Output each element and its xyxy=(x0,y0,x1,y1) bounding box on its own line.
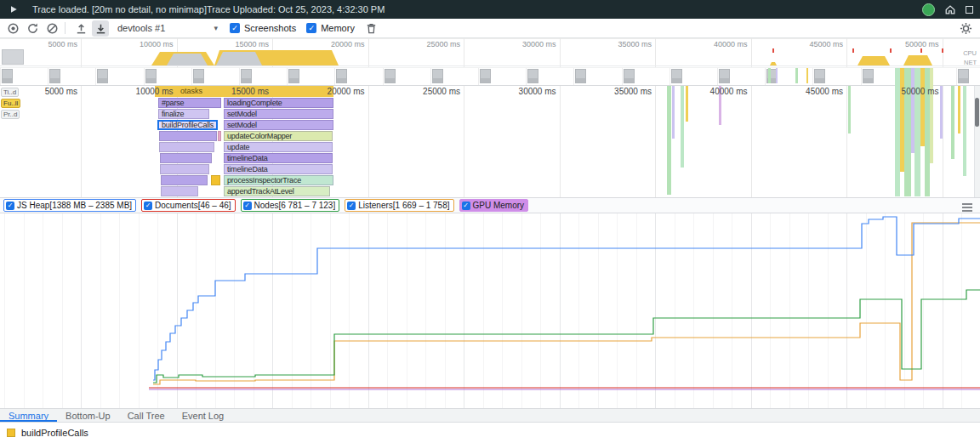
main-tick-label: 10000 ms xyxy=(136,87,174,96)
avatar[interactable] xyxy=(922,3,935,16)
screenshot-thumbnail[interactable] xyxy=(2,69,13,83)
flame-event[interactable]: update xyxy=(224,142,333,152)
screenshot-thumbnail[interactable] xyxy=(766,69,778,83)
checkbox-checked-icon[interactable] xyxy=(462,202,470,210)
overview-red-marker xyxy=(772,48,774,53)
timeline-overview[interactable]: CPU NET xyxy=(0,48,980,65)
memory-counter-label: Documents[46 – 46] xyxy=(155,201,231,210)
flame-event-segment[interactable] xyxy=(161,175,208,185)
flame-event[interactable]: #parse xyxy=(158,98,221,108)
checkbox-checked-icon xyxy=(230,23,240,33)
track-chip[interactable]: Ti..d xyxy=(1,88,19,97)
collect-garbage-button[interactable] xyxy=(363,20,380,37)
screenshot-thumbnail[interactable] xyxy=(527,69,538,83)
flame-event-segment[interactable] xyxy=(218,131,221,141)
flame-event[interactable]: timelineData xyxy=(224,164,333,174)
clear-button[interactable] xyxy=(43,20,60,37)
memory-counter-label: Nodes[6 781 – 7 123] xyxy=(254,201,336,210)
screenshot-thumbnail[interactable] xyxy=(814,69,825,83)
record-button[interactable] xyxy=(4,20,21,37)
reload-and-record-button[interactable] xyxy=(24,20,41,37)
memory-chart[interactable] xyxy=(0,213,980,408)
memory-counter-label: JS Heap[1388 MB – 2385 MB] xyxy=(17,201,132,210)
screenshot-thumbnail[interactable] xyxy=(863,69,874,83)
flame-event[interactable]: finalize xyxy=(158,109,209,119)
memory-counter-toggle[interactable]: JS Heap[1388 MB – 2385 MB] xyxy=(3,199,136,212)
screenshot-thumbnail[interactable] xyxy=(480,69,491,83)
checkbox-checked-icon[interactable] xyxy=(144,202,152,210)
home-icon[interactable] xyxy=(944,3,956,15)
overview-tick-label: 5000 ms xyxy=(48,40,77,48)
trace-select-value: devtools #1 xyxy=(117,23,165,33)
load-profile-button[interactable] xyxy=(72,20,89,37)
tab-summary[interactable]: Summary xyxy=(0,409,57,422)
scrollbar-thumb[interactable] xyxy=(975,98,979,127)
flame-event[interactable]: updateColorMapper xyxy=(224,131,333,141)
tab-call-tree[interactable]: Call Tree xyxy=(119,409,174,422)
screenshot-thumbnail[interactable] xyxy=(288,69,299,83)
screenshot-thumbnail[interactable] xyxy=(241,69,252,83)
memory-counters-legend: JS Heap[1388 MB – 2385 MB]Documents[46 –… xyxy=(0,197,980,213)
flame-event-segment[interactable] xyxy=(161,186,198,196)
checkbox-checked-icon[interactable] xyxy=(243,202,252,210)
hamburger-menu-icon[interactable] xyxy=(961,201,973,216)
flame-event[interactable]: setModel xyxy=(224,120,333,130)
filmstrip-separator xyxy=(144,68,145,85)
screenshot-thumbnail[interactable] xyxy=(145,69,157,83)
screenshots-checkbox[interactable]: Screenshots xyxy=(230,23,296,33)
flame-event[interactable]: loadingComplete xyxy=(224,98,333,108)
memory-counter-toggle[interactable]: Listeners[1 669 – 1 758] xyxy=(345,199,453,212)
flame-event-segment[interactable] xyxy=(159,131,217,141)
cpu-track-label: CPU xyxy=(956,49,978,57)
screenshot-thumbnail[interactable] xyxy=(97,69,108,83)
screenshot-thumbnail[interactable] xyxy=(193,69,204,83)
filmstrip-separator xyxy=(334,68,335,85)
screenshot-thumbnail[interactable] xyxy=(671,69,682,83)
memory-line-js-heap xyxy=(153,217,980,380)
screenshot-thumbnail[interactable] xyxy=(432,69,443,83)
flame-event[interactable]: setModel xyxy=(224,109,333,119)
overview-red-marker xyxy=(942,48,943,53)
tab-bottom-up[interactable]: Bottom-Up xyxy=(57,409,119,422)
flame-chart[interactable]: otasks 5000 ms10000 ms15000 ms20000 ms25… xyxy=(0,86,980,197)
track-chip[interactable]: Fu..ll xyxy=(1,99,20,108)
screenshot-thumbnail[interactable] xyxy=(910,69,921,83)
screenshot-thumbnail[interactable] xyxy=(719,69,730,83)
tab-event-log[interactable]: Event Log xyxy=(174,409,233,422)
screenshot-thumbnail[interactable] xyxy=(958,69,969,83)
memory-counter-toggle[interactable]: GPU Memory xyxy=(459,199,529,212)
flame-event[interactable]: buildProfileCalls xyxy=(157,120,218,130)
flame-event[interactable]: timelineData xyxy=(224,153,333,163)
flame-event-segment[interactable] xyxy=(160,153,212,163)
filmstrip-separator xyxy=(287,68,288,85)
screenshot-thumbnail[interactable] xyxy=(624,69,635,83)
gear-icon[interactable] xyxy=(957,20,974,37)
trace-history-select[interactable]: devtools #1 ▾ xyxy=(117,23,218,33)
save-profile-button[interactable] xyxy=(92,20,109,37)
flame-event[interactable]: appendTrackAtLevel xyxy=(224,186,330,196)
overview-tick-label: 20000 ms xyxy=(331,40,365,48)
event-color-swatch xyxy=(7,429,15,437)
overview-tick-label: 40000 ms xyxy=(714,40,748,48)
checkbox-checked-icon[interactable] xyxy=(6,202,14,210)
filmstrip-separator xyxy=(526,68,527,85)
flame-event-segment[interactable] xyxy=(160,164,209,174)
flame-events: #parsefinalizebuildProfileCallsloadingCo… xyxy=(0,86,974,197)
screenshot-thumbnail[interactable] xyxy=(49,69,60,83)
status-text: Trace loaded. [20m no detail, no minimap… xyxy=(32,4,385,14)
screenshot-thumbnail[interactable] xyxy=(336,69,347,83)
screenshot-thumbnail[interactable] xyxy=(385,69,396,83)
checkbox-checked-icon[interactable] xyxy=(347,202,356,210)
flame-event-segment[interactable] xyxy=(211,175,220,185)
flame-event-segment[interactable] xyxy=(159,142,214,152)
stop-icon[interactable] xyxy=(966,6,973,14)
memory-checkbox[interactable]: Memory xyxy=(306,23,355,33)
screenshot-thumbnail[interactable] xyxy=(575,69,586,83)
play-icon[interactable] xyxy=(5,2,22,18)
flame-event[interactable]: processInspectorTrace xyxy=(224,175,333,185)
divider xyxy=(0,65,980,66)
memory-counter-toggle[interactable]: Nodes[6 781 – 7 123] xyxy=(241,199,340,212)
memory-counter-toggle[interactable]: Documents[46 – 46] xyxy=(141,199,236,212)
filmstrip-separator xyxy=(909,68,909,85)
track-chip[interactable]: Pr..d xyxy=(1,110,20,119)
